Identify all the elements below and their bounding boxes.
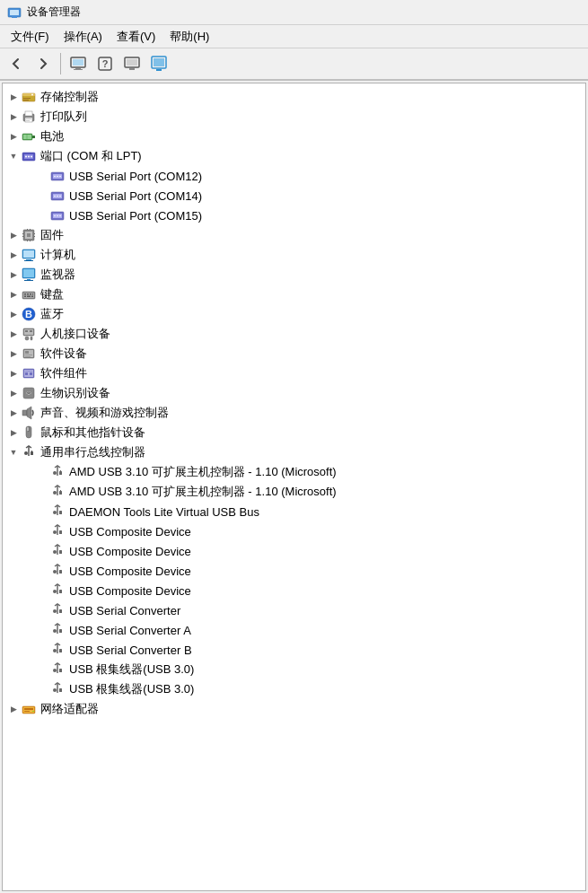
tree-item-print[interactable]: 打印队列	[3, 107, 585, 127]
menu-view[interactable]: 查看(V)	[110, 27, 162, 47]
tree-item-com14[interactable]: USB Serial Port (COM14)	[3, 186, 585, 206]
svg-rect-122	[59, 609, 62, 613]
tree-item-bluetooth[interactable]: B 蓝牙	[3, 304, 585, 324]
menu-action[interactable]: 操作(A)	[57, 27, 110, 47]
svg-rect-57	[30, 229, 31, 230]
expand-arrow-usb-ctrl[interactable]	[6, 445, 21, 460]
tree-item-usb-serial-conv[interactable]: USB Serial Converter	[3, 600, 585, 620]
svg-rect-98	[27, 427, 29, 431]
tree-item-com15[interactable]: USB Serial Port (COM15)	[3, 206, 585, 225]
tree-item-amd-usb-1[interactable]: AMD USB 3.10 可扩展主机控制器 - 1.10 (Microsoft)	[3, 462, 585, 482]
hid-icon	[21, 326, 37, 342]
tree-item-battery[interactable]: 电池	[3, 127, 585, 146]
help-button[interactable]: ?	[92, 51, 118, 76]
tree-item-storage[interactable]: 存储控制器	[3, 87, 585, 107]
tree-item-biometric[interactable]: 生物识别设备	[3, 383, 585, 403]
svg-rect-21	[25, 111, 32, 116]
svg-rect-74	[27, 296, 31, 298]
forward-button[interactable]	[31, 51, 56, 76]
tree-item-usb-composite-2[interactable]: USB Composite Device	[3, 541, 585, 561]
tree-item-port[interactable]: 端口 (COM 和 LPT)	[3, 146, 585, 166]
svg-rect-72	[30, 293, 31, 295]
com15-icon	[49, 207, 66, 223]
menu-file[interactable]: 文件(F)	[4, 27, 57, 47]
monitor-tree-icon	[21, 267, 37, 283]
expand-arrow-audio[interactable]	[6, 406, 21, 420]
tree-item-computer[interactable]: 计算机	[3, 245, 585, 265]
expand-arrow-hardware[interactable]	[6, 228, 21, 242]
svg-rect-65	[23, 269, 34, 277]
device-tree[interactable]: 存储控制器 打印队列	[2, 83, 586, 891]
expand-arrow-mouse[interactable]	[6, 425, 21, 440]
tree-item-usb-hub-2[interactable]: USB 根集线器(USB 3.0)	[3, 679, 585, 699]
software-dev-label: 软件设备	[40, 346, 87, 362]
svg-rect-100	[31, 451, 33, 455]
svg-rect-88	[25, 355, 32, 355]
tree-item-hid[interactable]: 人机接口设备	[3, 324, 585, 344]
svg-point-38	[59, 176, 61, 178]
tree-item-audio[interactable]: 声音、视频和游戏控制器	[3, 403, 585, 423]
tree-item-usb-composite-4[interactable]: USB Composite Device	[3, 581, 585, 600]
expand-arrow-bluetooth[interactable]	[6, 307, 21, 321]
svg-point-33	[31, 156, 32, 158]
tree-item-usb-composite-3[interactable]: USB Composite Device	[3, 561, 585, 581]
tree-item-usb-serial-conv-a[interactable]: USB Serial Converter A	[3, 620, 585, 640]
svg-rect-93	[30, 372, 32, 375]
tree-item-software-comp[interactable]: 软件组件	[3, 363, 585, 383]
tree-item-usb-hub-1[interactable]: USB 根集线器(USB 3.0)	[3, 660, 585, 679]
tree-item-amd-usb-2[interactable]: AMD USB 3.10 可扩展主机控制器 - 1.10 (Microsoft)	[3, 482, 585, 502]
usb-serial-conv-a-icon	[49, 622, 66, 638]
svg-rect-83	[25, 337, 29, 340]
svg-rect-14	[156, 69, 162, 71]
back-icon	[9, 57, 23, 71]
svg-rect-128	[59, 669, 62, 672]
com14-icon	[49, 188, 66, 204]
expand-arrow-computer[interactable]	[6, 248, 21, 262]
monitor-button[interactable]	[146, 51, 171, 76]
tree-item-software-dev[interactable]: 软件设备	[3, 344, 585, 363]
svg-rect-124	[59, 629, 62, 633]
svg-point-48	[59, 215, 61, 217]
tree-item-com12[interactable]: USB Serial Port (COM12)	[3, 166, 585, 186]
battery-label: 电池	[40, 128, 64, 144]
bluetooth-label: 蓝牙	[40, 306, 64, 322]
svg-rect-27	[23, 135, 31, 139]
svg-rect-24	[26, 120, 30, 121]
expand-arrow-hid[interactable]	[6, 327, 21, 341]
menu-help[interactable]: 帮助(H)	[162, 27, 216, 47]
tree-item-hardware[interactable]: 固件	[3, 225, 585, 245]
tree-item-network[interactable]: 网络适配器	[3, 699, 585, 719]
expand-arrow-print[interactable]	[6, 109, 21, 124]
svg-rect-130	[59, 688, 62, 692]
expand-arrow-software-dev[interactable]	[6, 346, 21, 361]
help-icon: ?	[97, 56, 113, 72]
svg-point-46	[54, 215, 56, 217]
expand-arrow-storage[interactable]	[6, 90, 21, 104]
tree-item-monitor[interactable]: 监视器	[3, 265, 585, 285]
tree-item-mouse[interactable]: 鼠标和其他指针设备	[3, 423, 585, 442]
expand-arrow-keyboard[interactable]	[6, 287, 21, 302]
device-button[interactable]	[119, 51, 145, 76]
tree-item-daemon[interactable]: DAEMON Tools Lite Virtual USB Bus	[3, 502, 585, 521]
svg-rect-94	[25, 371, 32, 372]
tree-item-usb-ctrl[interactable]: 通用串行总线控制器	[3, 442, 585, 462]
svg-point-129	[53, 688, 57, 692]
usb-composite-4-icon	[49, 582, 66, 599]
tree-item-usb-serial-conv-b[interactable]: USB Serial Converter B	[3, 640, 585, 660]
expand-arrow-battery[interactable]	[6, 129, 21, 144]
expand-arrow-network[interactable]	[6, 702, 21, 716]
amd-usb-2-label: AMD USB 3.10 可扩展主机控制器 - 1.10 (Microsoft)	[69, 484, 337, 500]
expand-arrow-port[interactable]	[6, 149, 21, 163]
storage-label: 存储控制器	[40, 89, 99, 105]
expand-arrow-monitor[interactable]	[6, 267, 21, 282]
svg-point-31	[25, 156, 27, 158]
tree-item-keyboard[interactable]: 键盘	[3, 285, 585, 304]
svg-rect-54	[34, 233, 35, 234]
expand-arrow-biometric[interactable]	[6, 386, 21, 400]
svg-point-115	[53, 550, 57, 554]
tree-item-usb-composite-1[interactable]: USB Composite Device	[3, 521, 585, 541]
computer-button[interactable]	[66, 51, 91, 76]
back-button[interactable]	[4, 51, 29, 76]
computer-label: 计算机	[40, 247, 75, 263]
expand-arrow-software-comp[interactable]	[6, 366, 21, 381]
